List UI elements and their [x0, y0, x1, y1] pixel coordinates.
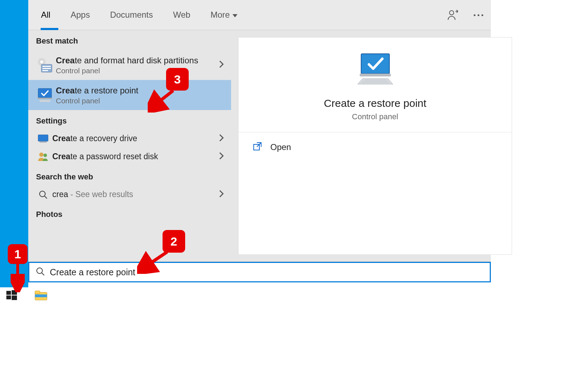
- result-preview-pane: Create a restore point Control panel Ope…: [238, 37, 512, 255]
- annotation-callout-1: 1: [8, 244, 28, 264]
- svg-point-3: [482, 14, 483, 16]
- svg-rect-27: [12, 290, 17, 295]
- result-create-recovery-drive[interactable]: Create a recovery drive: [28, 130, 231, 148]
- section-best-match: Best match: [28, 30, 231, 50]
- result-title: Create a recovery drive: [52, 133, 225, 144]
- chevron-right-icon[interactable]: [219, 133, 224, 144]
- svg-rect-7: [42, 66, 51, 67]
- monitor-check-large-icon: [354, 52, 396, 88]
- svg-rect-19: [360, 74, 391, 76]
- chevron-right-icon[interactable]: [219, 59, 224, 70]
- taskbar: [0, 287, 588, 305]
- annotation-callout-2: 2: [163, 230, 185, 253]
- gear-disk-icon: [36, 57, 54, 74]
- preview-subtitle: Control panel: [352, 112, 398, 121]
- svg-rect-10: [38, 88, 52, 98]
- svg-point-1: [474, 14, 476, 16]
- result-title: Create a password reset disk: [52, 151, 225, 162]
- svg-rect-11: [37, 98, 52, 99]
- svg-point-16: [43, 154, 47, 157]
- search-results-panel: All Apps Documents Web More: [28, 0, 491, 262]
- tab-web[interactable]: Web: [171, 10, 193, 20]
- svg-point-5: [40, 61, 43, 63]
- svg-rect-13: [38, 135, 48, 141]
- preview-action-open[interactable]: Open: [253, 141, 498, 153]
- svg-rect-29: [12, 295, 17, 300]
- tab-documents[interactable]: Documents: [108, 10, 155, 20]
- recovery-monitor-icon: [36, 134, 50, 143]
- svg-rect-32: [35, 294, 47, 297]
- svg-point-15: [39, 153, 43, 157]
- users-icon: [36, 151, 50, 162]
- start-button[interactable]: [6, 290, 17, 302]
- search-icon: [36, 267, 45, 277]
- svg-point-2: [478, 14, 480, 16]
- svg-rect-26: [6, 291, 11, 295]
- svg-point-25: [37, 268, 42, 274]
- search-input[interactable]: [50, 263, 483, 281]
- svg-point-0: [449, 11, 454, 15]
- result-subtitle: Control panel: [56, 67, 225, 75]
- section-photos: Photos: [28, 203, 231, 223]
- result-create-password-reset-disk[interactable]: Create a password reset disk: [28, 148, 231, 166]
- chevron-down-icon: [233, 14, 237, 17]
- result-title: Create and format hard disk partitions: [56, 55, 225, 66]
- chevron-right-icon[interactable]: [219, 189, 224, 200]
- ellipsis-icon[interactable]: [473, 14, 484, 17]
- file-explorer-taskbar-icon[interactable]: [35, 290, 47, 302]
- preview-header: Create a restore point Control panel: [239, 38, 512, 132]
- result-create-partitions[interactable]: Create and format hard disk partitions C…: [28, 50, 231, 80]
- tab-more-label: More: [211, 10, 230, 20]
- search-icon: [36, 190, 50, 199]
- user-account-icon[interactable]: [447, 9, 459, 21]
- monitor-check-icon: [36, 88, 54, 103]
- search-box[interactable]: [28, 262, 491, 282]
- svg-rect-18: [361, 54, 389, 74]
- result-web-search-crea[interactable]: crea - See web results: [28, 186, 231, 203]
- result-title: Create a restore point: [56, 85, 225, 96]
- result-subtitle: Control panel: [56, 97, 225, 105]
- chevron-right-icon[interactable]: [219, 151, 224, 162]
- svg-rect-9: [42, 70, 48, 71]
- tab-all[interactable]: All: [39, 10, 53, 20]
- result-title: crea - See web results: [52, 189, 225, 200]
- tab-more[interactable]: More: [208, 10, 240, 20]
- results-column: Best match Create and format hard disk p…: [28, 30, 231, 261]
- annotation-callout-3: 3: [166, 68, 189, 91]
- preview-title: Create a restore point: [324, 97, 426, 109]
- preview-action-label: Open: [270, 142, 291, 152]
- svg-rect-8: [42, 68, 51, 69]
- svg-point-17: [40, 191, 45, 197]
- svg-rect-12: [40, 100, 50, 102]
- result-create-restore-point[interactable]: Create a restore point Control panel: [28, 80, 231, 110]
- section-settings: Settings: [28, 110, 231, 130]
- svg-rect-31: [35, 291, 40, 294]
- search-scope-tabs: All Apps Documents Web More: [28, 0, 491, 30]
- tab-apps[interactable]: Apps: [69, 10, 92, 20]
- section-search-web: Search the web: [28, 166, 231, 186]
- open-external-icon: [253, 141, 263, 153]
- svg-rect-14: [40, 142, 47, 143]
- svg-rect-28: [6, 295, 11, 299]
